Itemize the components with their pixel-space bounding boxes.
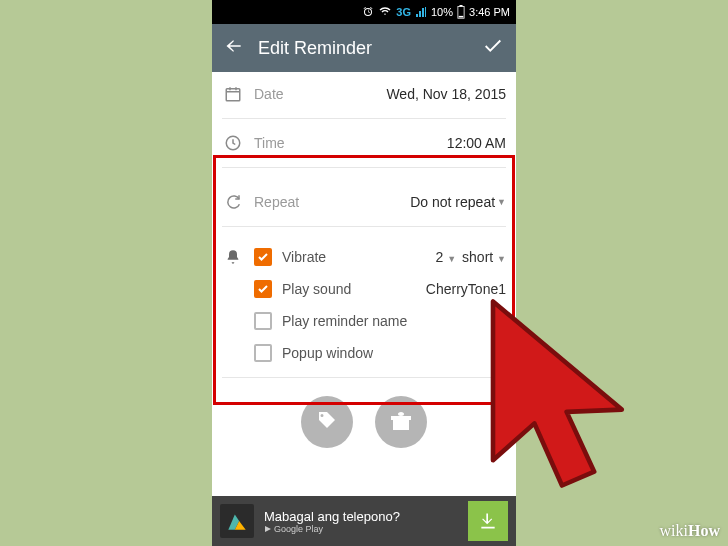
alert-section-header bbox=[222, 239, 506, 275]
playsound-checkbox[interactable] bbox=[254, 280, 272, 298]
clock-icon bbox=[222, 134, 244, 152]
content-area: Date Wed, Nov 18, 2015 Time 12:00 AM Rep… bbox=[212, 72, 516, 496]
repeat-label: Repeat bbox=[254, 194, 299, 210]
gift-fab[interactable] bbox=[375, 396, 427, 448]
clock-time: 3:46 PM bbox=[469, 6, 510, 18]
ad-banner[interactable]: Mabagal ang telepono? Google Play bbox=[212, 496, 516, 546]
date-label: Date bbox=[254, 86, 284, 102]
divider bbox=[222, 118, 506, 119]
ad-download-button[interactable] bbox=[468, 501, 508, 541]
repeat-icon bbox=[222, 193, 244, 211]
repeat-row[interactable]: Repeat Do not repeat ▼ bbox=[222, 180, 506, 224]
sound-tone-value[interactable]: CherryTone1 bbox=[426, 281, 506, 297]
playsound-row[interactable]: Play sound CherryTone1 bbox=[222, 273, 506, 305]
playname-label: Play reminder name bbox=[282, 313, 407, 329]
divider bbox=[222, 226, 506, 227]
ad-app-icon bbox=[220, 504, 254, 538]
page-title: Edit Reminder bbox=[258, 38, 468, 59]
signal-icon bbox=[415, 6, 427, 18]
alarm-icon bbox=[362, 6, 374, 18]
ad-source: Google Play bbox=[264, 524, 458, 534]
battery-percent: 10% bbox=[431, 6, 453, 18]
wifi-icon bbox=[378, 6, 392, 18]
date-value: Wed, Nov 18, 2015 bbox=[386, 86, 506, 102]
divider bbox=[222, 167, 506, 168]
bell-icon bbox=[222, 249, 244, 265]
ad-headline: Mabagal ang telepono? bbox=[264, 509, 458, 524]
confirm-icon[interactable] bbox=[482, 35, 504, 61]
phone-frame: 3G 10% 3:46 PM Edit Reminder Date Wed, N… bbox=[212, 0, 516, 546]
date-row[interactable]: Date Wed, Nov 18, 2015 bbox=[222, 72, 506, 116]
playsound-label: Play sound bbox=[282, 281, 351, 297]
network-type: 3G bbox=[396, 6, 411, 18]
status-bar: 3G 10% 3:46 PM bbox=[212, 0, 516, 24]
tag-fab[interactable] bbox=[301, 396, 353, 448]
action-buttons bbox=[222, 380, 506, 464]
popup-row[interactable]: Popup window bbox=[222, 337, 506, 369]
popup-label: Popup window bbox=[282, 345, 373, 361]
svg-rect-1 bbox=[459, 5, 462, 7]
calendar-icon bbox=[222, 85, 244, 103]
popup-checkbox[interactable] bbox=[254, 344, 272, 362]
divider bbox=[222, 377, 506, 378]
wikihow-watermark: wikiHow bbox=[660, 522, 720, 540]
repeat-dropdown[interactable]: Do not repeat ▼ bbox=[410, 194, 506, 210]
time-row[interactable]: Time 12:00 AM bbox=[222, 121, 506, 165]
app-bar: Edit Reminder bbox=[212, 24, 516, 72]
svg-rect-3 bbox=[226, 89, 240, 101]
back-icon[interactable] bbox=[224, 36, 244, 60]
playname-checkbox[interactable] bbox=[254, 312, 272, 330]
battery-icon bbox=[457, 5, 465, 19]
playname-row[interactable]: Play reminder name bbox=[222, 305, 506, 337]
svg-rect-2 bbox=[459, 16, 464, 18]
time-label: Time bbox=[254, 135, 285, 151]
chevron-down-icon: ▼ bbox=[497, 197, 506, 207]
time-value: 12:00 AM bbox=[447, 135, 506, 151]
